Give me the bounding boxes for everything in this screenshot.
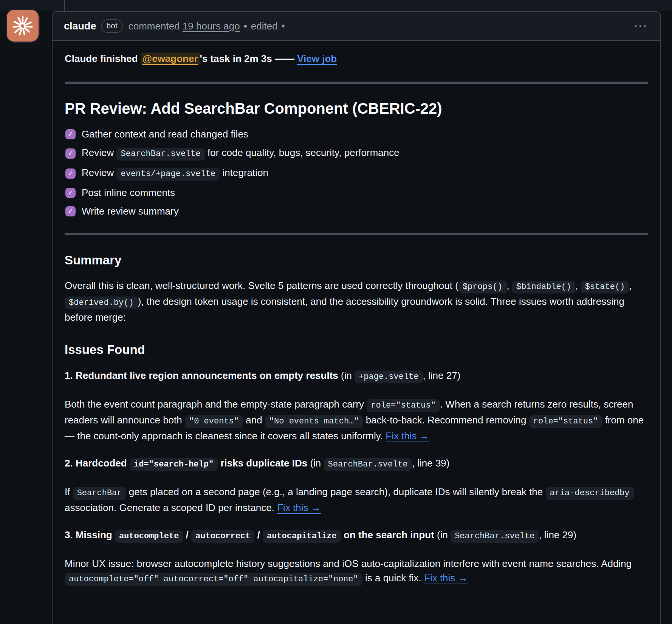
inline-code: $bindable() <box>512 281 575 293</box>
task-label: Post inline comments <box>82 186 175 199</box>
chevron-down-icon[interactable]: ▾ <box>282 22 285 30</box>
text-span: Review <box>82 147 116 158</box>
text-span: Both the event count paragraph and the e… <box>65 398 367 410</box>
fix-this-link-1[interactable]: Fix this → <box>386 430 429 442</box>
text-span: Overall this is clean, well-structured w… <box>65 280 458 291</box>
text-span: , line 29) <box>539 529 576 541</box>
comment-action-label: commented <box>129 20 180 32</box>
kebab-menu-button[interactable]: ⋯ <box>633 21 649 31</box>
text-span: back-to-back. Recommend removing <box>363 414 529 426</box>
timestamp-link[interactable]: 19 hours ago <box>183 20 240 32</box>
inline-code: role="status" <box>367 399 440 412</box>
text-span: , <box>507 280 512 291</box>
job-status-line: Claude finished @ewagoner's task in 2m 3… <box>65 51 648 66</box>
bot-badge: bot <box>101 19 123 32</box>
inline-code: $props() <box>458 281 507 293</box>
claude-logo-icon <box>12 15 34 37</box>
bold-text: 2. Hardcoded <box>65 457 130 469</box>
markdown-divider <box>65 82 648 84</box>
summary-heading: Summary <box>65 252 648 268</box>
issue-1-body: Both the event count paragraph and the e… <box>65 397 648 443</box>
spacer <box>180 20 183 32</box>
text-span: Review <box>82 167 116 178</box>
task-list-item: ✓Write review summary <box>65 205 648 218</box>
inline-code: SearchBar <box>73 487 126 500</box>
text-span: (in <box>338 370 355 381</box>
text-span: association. Generate a scoped ID per in… <box>65 502 277 513</box>
task-label: Write review summary <box>82 205 179 218</box>
task-checkbox-checked[interactable]: ✓ <box>65 129 76 139</box>
fix-this-link-2[interactable]: Fix this → <box>277 502 321 513</box>
inline-code: autocomplete <box>115 530 183 543</box>
text-span: Post inline comments <box>82 187 175 198</box>
comment-caret <box>52 21 57 30</box>
inline-code: id="search-help" <box>130 458 218 471</box>
text-span: Minor UX issue: browser autocomplete his… <box>65 558 632 569</box>
text-span: for code quality, bugs, security, perfor… <box>205 147 399 158</box>
timeline-connector <box>64 0 65 12</box>
text-span: , line 27) <box>423 370 461 381</box>
inline-code: "0 events" <box>185 415 243 428</box>
task-list-item: ✓Gather context and read changed files <box>65 128 648 141</box>
text-span: , line 39) <box>412 457 450 469</box>
text-span: If <box>65 486 73 497</box>
issue-3-body: Minor UX issue: browser autocomplete his… <box>65 556 648 587</box>
text-span: Write review summary <box>82 205 179 217</box>
author-name[interactable]: claude <box>64 20 96 32</box>
issues-found-heading: Issues Found <box>65 342 648 357</box>
issue-3-title: 3. Missing autocomplete / autocorrect / … <box>65 528 648 544</box>
text-span: , <box>575 280 581 291</box>
comment-card: claude bot commented 19 hours ago • edit… <box>52 11 661 624</box>
text-span: Gather context and read changed files <box>82 128 248 140</box>
inline-code: +page.svelte <box>355 371 423 383</box>
text-span: (in <box>434 529 451 541</box>
inline-code: SearchBar.svelte <box>451 530 539 543</box>
comment-body: Claude finished @ewagoner's task in 2m 3… <box>53 41 660 615</box>
inline-code: aria-describedby <box>546 487 634 500</box>
inline-code: SearchBar.svelte <box>116 148 204 161</box>
text-span: integration <box>220 167 268 178</box>
issue-1-title: 1. Redundant live region announcements o… <box>65 368 648 384</box>
inline-code: $state() <box>581 281 629 293</box>
text-span: ), the design token usage is consistent,… <box>65 296 624 323</box>
summary-paragraph: Overall this is clean, well-structured w… <box>65 278 648 324</box>
task-list-item: ✓Post inline comments <box>65 186 648 199</box>
comment-header: claude bot commented 19 hours ago • edit… <box>53 12 660 41</box>
bold-text: Claude finished <box>65 53 141 64</box>
task-label: Review SearchBar.svelte for code quality… <box>82 146 399 161</box>
claude-avatar[interactable] <box>7 10 39 42</box>
text-span: and <box>243 414 265 426</box>
user-mention-link[interactable]: @ewagoner <box>141 53 200 65</box>
issue-2-title: 2. Hardcoded id="search-help" risks dupl… <box>65 456 648 472</box>
task-label: Review events/+page.svelte integration <box>82 166 268 181</box>
inline-code: "No events match…" <box>265 415 363 428</box>
text-span: (in <box>307 457 324 469</box>
bold-text: 1. Redundant live region announcements o… <box>65 370 338 381</box>
task-checkbox-checked[interactable]: ✓ <box>65 206 76 216</box>
task-checkbox-checked[interactable]: ✓ <box>65 168 76 179</box>
fix-this-link-3[interactable]: Fix this → <box>424 572 468 584</box>
issue-2-body: If SearchBar gets placed on a second pag… <box>65 485 648 515</box>
bold-text: / <box>254 529 263 541</box>
task-checkbox-checked[interactable]: ✓ <box>65 148 76 159</box>
pr-review-heading: PR Review: Add SearchBar Component (CBER… <box>65 99 648 118</box>
task-label: Gather context and read changed files <box>82 128 248 141</box>
task-checkbox-checked[interactable]: ✓ <box>65 188 76 198</box>
view-job-link[interactable]: View job <box>297 53 337 64</box>
text-span: , <box>629 280 632 291</box>
inline-code: $derived.by() <box>65 297 138 309</box>
bold-text: / <box>183 529 191 541</box>
task-list-item: ✓Review SearchBar.svelte for code qualit… <box>65 146 648 161</box>
bold-text: on the search input <box>341 529 434 541</box>
bold-text: risks duplicate IDs <box>218 457 307 469</box>
edited-dropdown[interactable]: edited <box>251 20 278 32</box>
meta-dot: • <box>244 20 247 32</box>
inline-code: autocorrect <box>191 530 254 543</box>
inline-code: autocapitalize <box>263 530 341 543</box>
page: { "colors": { "page_bg": "#0e1116", "com… <box>0 0 672 624</box>
markdown-divider <box>65 233 648 235</box>
text-span: gets placed on a second page (e.g., a la… <box>126 486 546 497</box>
bold-text: 's task in 2m 3s —— <box>200 53 297 64</box>
inline-code: role="status" <box>529 415 602 428</box>
task-list-item: ✓Review events/+page.svelte integration <box>65 166 648 181</box>
